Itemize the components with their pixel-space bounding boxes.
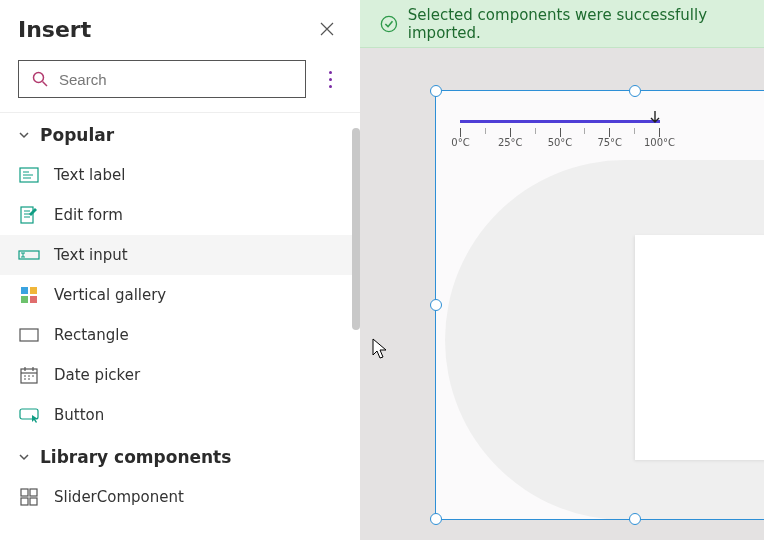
search-input[interactable] bbox=[59, 71, 293, 88]
svg-rect-12 bbox=[30, 489, 37, 496]
component-list[interactable]: Popular Text label Edit form Text input bbox=[0, 112, 360, 540]
resize-handle-bl[interactable] bbox=[430, 513, 442, 525]
item-label: Button bbox=[54, 406, 104, 424]
resize-handle-tm[interactable] bbox=[629, 85, 641, 97]
canvas-area: Selected components were successfully im… bbox=[360, 0, 764, 540]
chevron-down-icon bbox=[18, 451, 30, 463]
item-label: Text input bbox=[54, 246, 128, 264]
item-vertical-gallery[interactable]: Vertical gallery bbox=[0, 275, 360, 315]
svg-rect-8 bbox=[20, 329, 38, 341]
component-icon bbox=[18, 487, 40, 507]
item-label: Text label bbox=[54, 166, 125, 184]
item-label: Rectangle bbox=[54, 326, 129, 344]
item-label: Vertical gallery bbox=[54, 286, 166, 304]
success-icon bbox=[380, 14, 398, 34]
vertical-gallery-icon bbox=[18, 285, 40, 305]
text-label-icon bbox=[18, 165, 40, 185]
canvas-stage[interactable]: 0°C 25°C 50°C 75°C 100°C bbox=[360, 48, 764, 540]
edit-form-icon bbox=[18, 205, 40, 225]
more-menu-button[interactable] bbox=[318, 63, 342, 95]
panel-title: Insert bbox=[18, 17, 91, 42]
item-slidercomponent[interactable]: SliderComponent bbox=[0, 477, 360, 517]
item-text-label[interactable]: Text label bbox=[0, 155, 360, 195]
chevron-down-icon bbox=[18, 129, 30, 141]
close-icon bbox=[319, 21, 335, 37]
section-header-popular[interactable]: Popular bbox=[0, 113, 360, 155]
resize-handle-bm[interactable] bbox=[629, 513, 641, 525]
section-title: Library components bbox=[40, 447, 231, 467]
section-title: Popular bbox=[40, 125, 114, 145]
svg-rect-7 bbox=[30, 296, 37, 303]
search-box[interactable] bbox=[18, 60, 306, 98]
item-rectangle[interactable]: Rectangle bbox=[0, 315, 360, 355]
item-button[interactable]: Button bbox=[0, 395, 360, 435]
scrollbar[interactable] bbox=[352, 128, 360, 330]
svg-rect-13 bbox=[21, 498, 28, 505]
search-icon bbox=[31, 70, 49, 88]
notification-text: Selected components were successfully im… bbox=[408, 6, 744, 42]
close-button[interactable] bbox=[312, 14, 342, 44]
svg-rect-11 bbox=[21, 489, 28, 496]
cursor-icon bbox=[372, 338, 390, 360]
item-date-picker[interactable]: Date picker bbox=[0, 355, 360, 395]
selection-outline[interactable] bbox=[435, 90, 764, 520]
dot-icon bbox=[329, 78, 332, 81]
resize-handle-ml[interactable] bbox=[430, 299, 442, 311]
item-label: Date picker bbox=[54, 366, 140, 384]
rectangle-icon bbox=[18, 325, 40, 345]
item-label: Edit form bbox=[54, 206, 123, 224]
svg-rect-4 bbox=[21, 287, 28, 294]
button-icon bbox=[18, 405, 40, 425]
svg-point-0 bbox=[34, 73, 44, 83]
svg-rect-3 bbox=[19, 251, 39, 259]
text-input-icon bbox=[18, 245, 40, 265]
item-label: SliderComponent bbox=[54, 488, 184, 506]
dot-icon bbox=[329, 71, 332, 74]
panel-header: Insert bbox=[0, 0, 360, 54]
svg-rect-5 bbox=[30, 287, 37, 294]
date-picker-icon bbox=[18, 365, 40, 385]
dot-icon bbox=[329, 85, 332, 88]
search-row bbox=[0, 54, 360, 112]
section-header-library[interactable]: Library components bbox=[0, 435, 360, 477]
insert-panel: Insert Popular Text label bbox=[0, 0, 360, 540]
item-edit-form[interactable]: Edit form bbox=[0, 195, 360, 235]
svg-point-15 bbox=[381, 16, 396, 31]
resize-handle-tl[interactable] bbox=[430, 85, 442, 97]
item-text-input[interactable]: Text input bbox=[0, 235, 360, 275]
notification-bar: Selected components were successfully im… bbox=[360, 0, 764, 48]
svg-rect-14 bbox=[30, 498, 37, 505]
svg-rect-6 bbox=[21, 296, 28, 303]
